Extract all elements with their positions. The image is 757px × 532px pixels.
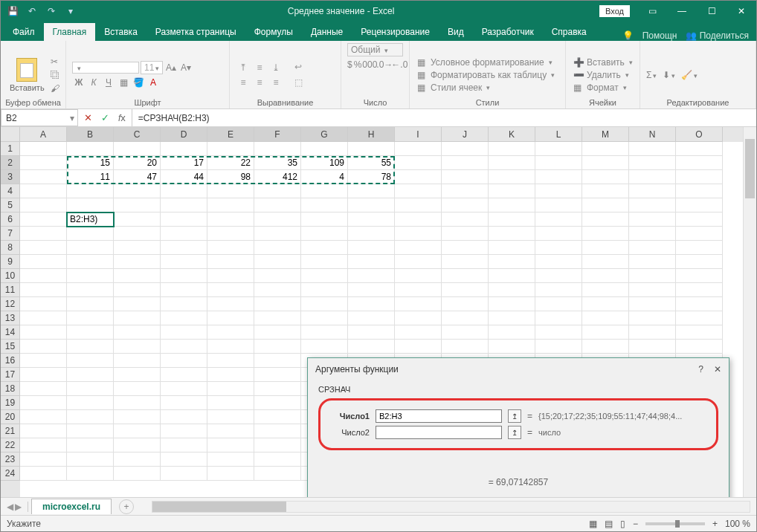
cell[interactable] — [629, 241, 676, 255]
cell[interactable] — [20, 184, 67, 198]
comma-icon[interactable]: 000 — [363, 58, 376, 71]
tab-file[interactable]: Файл — [4, 23, 44, 41]
cell[interactable] — [442, 241, 489, 255]
cell[interactable] — [582, 311, 629, 325]
cell[interactable] — [489, 142, 535, 156]
currency-icon[interactable]: $ — [347, 58, 352, 71]
cell[interactable] — [489, 156, 535, 170]
enter-formula-icon[interactable]: ✓ — [101, 112, 109, 123]
tab-formulas[interactable]: Формулы — [245, 23, 302, 41]
cell[interactable] — [20, 438, 67, 452]
cell[interactable] — [395, 170, 442, 184]
cell[interactable] — [442, 170, 489, 184]
cell[interactable] — [207, 325, 254, 340]
cell[interactable] — [161, 382, 207, 396]
cell[interactable] — [67, 184, 114, 198]
cell[interactable] — [20, 410, 67, 424]
row-header[interactable]: 2 — [1, 156, 20, 170]
cell[interactable] — [161, 410, 207, 424]
cell[interactable] — [629, 297, 676, 311]
cell[interactable] — [254, 227, 301, 241]
cell[interactable] — [582, 269, 629, 283]
cell[interactable] — [301, 227, 348, 241]
cell[interactable] — [442, 255, 489, 269]
cell[interactable] — [582, 142, 629, 156]
column-header[interactable]: K — [489, 127, 535, 142]
cell[interactable] — [67, 396, 114, 410]
cell[interactable] — [20, 255, 67, 269]
cell[interactable] — [254, 354, 301, 368]
dialog-help-icon[interactable]: ? — [698, 364, 703, 374]
cell[interactable] — [629, 213, 676, 227]
cell[interactable] — [395, 255, 442, 269]
cell[interactable] — [301, 325, 348, 340]
cell[interactable] — [67, 368, 114, 382]
cell[interactable] — [207, 213, 254, 227]
cell[interactable] — [207, 354, 254, 368]
cell[interactable] — [395, 297, 442, 311]
row-header[interactable]: 23 — [1, 452, 20, 467]
cell[interactable] — [207, 467, 254, 481]
cell[interactable] — [676, 184, 723, 198]
name-box[interactable]: B2 — [1, 109, 66, 126]
cell[interactable] — [161, 438, 207, 452]
cell[interactable] — [254, 325, 301, 340]
cell[interactable] — [207, 452, 254, 467]
cell[interactable] — [161, 354, 207, 368]
cell[interactable] — [114, 297, 161, 311]
cell[interactable] — [114, 467, 161, 481]
close-icon[interactable]: ✕ — [727, 1, 756, 22]
number-format-select[interactable]: Общий ▾ — [347, 43, 403, 56]
cell[interactable] — [489, 325, 535, 340]
cell[interactable] — [20, 382, 67, 396]
cell[interactable] — [301, 283, 348, 297]
column-header[interactable]: O — [676, 127, 723, 142]
cell[interactable] — [207, 297, 254, 311]
cell[interactable] — [161, 142, 207, 156]
cell[interactable] — [67, 311, 114, 325]
cut-icon[interactable]: ✂ — [51, 56, 59, 67]
percent-icon[interactable]: % — [354, 58, 362, 71]
cell[interactable] — [348, 142, 395, 156]
cell[interactable] — [114, 452, 161, 467]
cell[interactable] — [20, 396, 67, 410]
border-icon[interactable]: ▦ — [117, 76, 130, 89]
cell[interactable] — [161, 241, 207, 255]
cell[interactable] — [207, 396, 254, 410]
cell[interactable] — [301, 340, 348, 354]
cell[interactable] — [676, 340, 723, 354]
align-bottom-icon[interactable]: ⤓ — [268, 61, 283, 74]
tab-developer[interactable]: Разработчик — [473, 23, 543, 41]
clear-icon[interactable]: 🧹▾ — [681, 70, 698, 80]
name-box-dropdown[interactable]: ▾ — [66, 109, 78, 126]
qat-dropdown-icon[interactable]: ▾ — [63, 4, 78, 19]
undo-icon[interactable]: ↶ — [25, 4, 39, 19]
cell[interactable] — [114, 227, 161, 241]
cell[interactable] — [20, 283, 67, 297]
cell[interactable] — [535, 142, 582, 156]
maximize-icon[interactable]: ☐ — [697, 1, 727, 22]
cell[interactable] — [489, 255, 535, 269]
cell[interactable] — [535, 213, 582, 227]
redo-icon[interactable]: ↷ — [44, 4, 59, 19]
cancel-formula-icon[interactable]: ✕ — [84, 112, 92, 123]
grow-font-icon[interactable]: A▴ — [164, 61, 178, 74]
ribbon-options-icon[interactable]: ▭ — [637, 1, 667, 22]
arg1-range-picker-icon[interactable]: ↥ — [508, 409, 521, 423]
cell[interactable] — [629, 170, 676, 184]
cell[interactable] — [114, 283, 161, 297]
row-header[interactable]: 10 — [1, 269, 20, 283]
cell[interactable] — [254, 283, 301, 297]
view-normal-icon[interactable]: ▦ — [589, 519, 597, 529]
cell[interactable] — [20, 368, 67, 382]
cell[interactable] — [535, 311, 582, 325]
cell[interactable] — [489, 241, 535, 255]
cell[interactable] — [676, 283, 723, 297]
cell[interactable] — [582, 283, 629, 297]
cell[interactable] — [161, 227, 207, 241]
cell[interactable] — [535, 269, 582, 283]
cell[interactable] — [114, 382, 161, 396]
column-header[interactable]: L — [535, 127, 582, 142]
align-right-icon[interactable]: ≡ — [268, 76, 283, 89]
row-header[interactable]: 8 — [1, 241, 20, 255]
